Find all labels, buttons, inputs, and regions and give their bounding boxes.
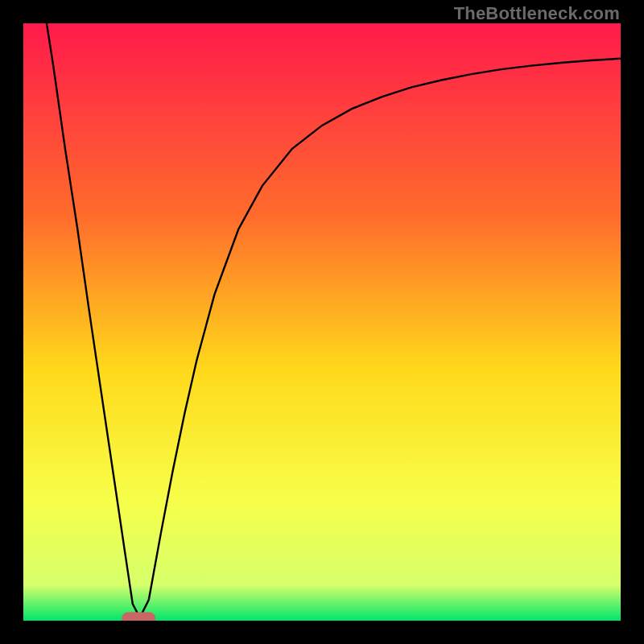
- chart-container: TheBottleneck.com: [0, 0, 644, 644]
- plot-area: [23, 23, 621, 621]
- optimal-point-marker: [122, 613, 155, 621]
- watermark-label: TheBottleneck.com: [454, 3, 620, 24]
- bottleneck-curve: [23, 23, 621, 621]
